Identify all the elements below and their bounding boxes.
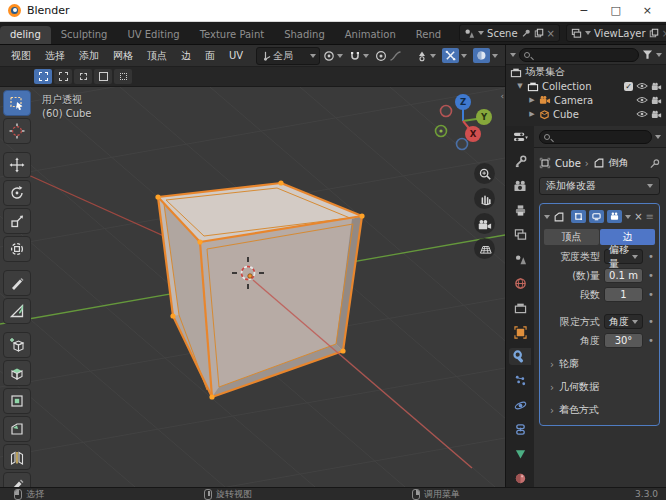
editor-type-chevron-icon[interactable] bbox=[510, 53, 516, 57]
extras-chevron-icon[interactable] bbox=[625, 215, 631, 219]
new-scene-icon[interactable] bbox=[534, 28, 544, 38]
cube-label[interactable]: Cube bbox=[553, 109, 579, 120]
tool-scale[interactable] bbox=[3, 208, 31, 234]
workspace-tab-animation[interactable]: Animation bbox=[335, 26, 406, 44]
delete-modifier-icon[interactable]: × bbox=[634, 211, 642, 222]
expand-chevron-icon[interactable] bbox=[544, 215, 550, 219]
transform-orientation-dropdown[interactable]: 全局 bbox=[256, 47, 320, 65]
camera-visibility-icon[interactable] bbox=[651, 96, 662, 105]
outliner-search-input[interactable] bbox=[519, 48, 639, 62]
orthographic-toggle-button[interactable] bbox=[474, 238, 495, 259]
view-layer-selector[interactable]: ViewLayer × bbox=[566, 24, 666, 42]
section-profile[interactable]: › 轮廓 bbox=[544, 357, 655, 371]
scene-selector[interactable]: Scene × bbox=[459, 24, 560, 42]
menu-mesh[interactable]: 网格 bbox=[106, 45, 140, 67]
tool-select-box[interactable] bbox=[3, 90, 31, 116]
outliner-row-camera[interactable]: ▶ Camera bbox=[506, 93, 666, 107]
menu-edge[interactable]: 边 bbox=[174, 45, 198, 67]
outliner-row-collection[interactable]: ▼ Collection ✓ bbox=[506, 79, 666, 93]
menu-select[interactable]: 选择 bbox=[38, 45, 72, 67]
maximize-button[interactable]: □ bbox=[610, 4, 620, 17]
tab-object-data[interactable] bbox=[509, 445, 531, 462]
menu-add[interactable]: 添加 bbox=[72, 45, 106, 67]
tab-particles[interactable] bbox=[509, 372, 531, 389]
tab-world[interactable] bbox=[509, 275, 531, 292]
animate-dot-icon[interactable]: • bbox=[647, 335, 655, 346]
minimize-button[interactable]: − bbox=[579, 4, 588, 17]
exclude-checkbox[interactable]: ✓ bbox=[624, 82, 633, 91]
affect-vertices-tab[interactable]: 顶点 bbox=[544, 229, 599, 245]
axis-negative-z[interactable] bbox=[457, 139, 468, 150]
filter-icon[interactable] bbox=[642, 49, 653, 60]
menu-uv[interactable]: UV bbox=[222, 45, 250, 67]
animate-dot-icon[interactable]: • bbox=[647, 270, 655, 281]
width-type-dropdown[interactable]: 偏移量 bbox=[604, 249, 643, 264]
select-mode-extend[interactable] bbox=[54, 69, 72, 84]
unlink-scene-icon[interactable]: × bbox=[547, 28, 555, 39]
breadcrumb-object[interactable]: Cube bbox=[555, 158, 581, 169]
display-realtime-toggle[interactable] bbox=[589, 210, 604, 223]
tool-annotate[interactable] bbox=[3, 270, 31, 296]
expand-right-icon[interactable]: ▶ bbox=[528, 96, 536, 104]
tab-constraints[interactable] bbox=[509, 421, 531, 438]
remove-view-layer-icon[interactable]: × bbox=[662, 28, 666, 39]
angle-field[interactable]: 30° bbox=[604, 333, 643, 348]
menu-vertex[interactable]: 顶点 bbox=[140, 45, 174, 67]
axis-negative-x[interactable] bbox=[441, 106, 452, 117]
workspace-tab-uv-editing[interactable]: UV Editing bbox=[117, 26, 189, 44]
navigation-gizmo[interactable]: Z Y X bbox=[431, 91, 497, 151]
tab-collection[interactable] bbox=[509, 299, 531, 316]
properties-search-input[interactable] bbox=[539, 130, 652, 144]
tab-tool[interactable] bbox=[509, 153, 531, 170]
workspace-tab-sculpting[interactable]: Sculpting bbox=[51, 26, 118, 44]
scene-collection-label[interactable]: 场景集合 bbox=[525, 65, 565, 79]
chevron-down-icon[interactable] bbox=[655, 135, 661, 139]
tab-view-layer[interactable] bbox=[509, 226, 531, 243]
proportional-editing-toggle[interactable] bbox=[372, 47, 405, 65]
tab-output[interactable] bbox=[509, 202, 531, 219]
sidebar-collapse-arrow[interactable]: ‹ bbox=[500, 91, 504, 101]
pivot-point-dropdown[interactable] bbox=[320, 47, 346, 65]
camera-view-button[interactable] bbox=[474, 213, 495, 234]
camera-visibility-icon[interactable] bbox=[651, 110, 662, 119]
pin-id-button[interactable] bbox=[649, 158, 660, 169]
workspace-tab-rendering[interactable]: Rend bbox=[406, 26, 451, 44]
select-mode-set[interactable] bbox=[34, 69, 52, 84]
tool-inset-faces[interactable] bbox=[3, 388, 31, 414]
hide-eye-icon[interactable] bbox=[636, 82, 648, 90]
show-overlays-dropdown[interactable] bbox=[439, 47, 470, 65]
viewport-shading-dropdown[interactable] bbox=[470, 47, 501, 65]
camera-label[interactable]: Camera bbox=[554, 95, 593, 106]
expand-down-icon[interactable]: ▼ bbox=[516, 82, 524, 90]
select-mode-subtract[interactable] bbox=[74, 69, 92, 84]
section-shading[interactable]: › 着色方式 bbox=[544, 403, 655, 417]
bevel-modifier-panel[interactable]: × ≡ 顶点 边 宽度类型 偏移量 • (数)量 0.1 m • bbox=[539, 203, 660, 426]
segments-field[interactable]: 1 bbox=[604, 287, 643, 302]
snap-toggle[interactable] bbox=[346, 47, 372, 65]
section-geometry[interactable]: › 几何数据 bbox=[544, 380, 655, 394]
show-gizmo-dropdown[interactable] bbox=[413, 47, 439, 65]
menu-face[interactable]: 面 bbox=[198, 45, 222, 67]
tool-move[interactable] bbox=[3, 152, 31, 178]
tab-scene[interactable] bbox=[509, 251, 531, 268]
collection-label[interactable]: Collection bbox=[542, 81, 591, 92]
select-mode-invert[interactable] bbox=[94, 69, 112, 84]
hide-eye-icon[interactable] bbox=[636, 110, 648, 118]
tool-transform[interactable] bbox=[3, 236, 31, 262]
tab-render[interactable] bbox=[509, 178, 531, 195]
expand-right-icon[interactable]: ▶ bbox=[528, 110, 536, 118]
tab-object[interactable] bbox=[509, 324, 531, 341]
drag-handle-icon[interactable]: ≡ bbox=[646, 211, 655, 222]
tool-add-cube[interactable] bbox=[3, 332, 31, 358]
viewport-canvas[interactable] bbox=[0, 87, 505, 487]
animate-dot-icon[interactable]: • bbox=[647, 316, 655, 327]
pan-button[interactable] bbox=[474, 188, 495, 209]
menu-view[interactable]: 视图 bbox=[4, 45, 38, 67]
pin-icon[interactable] bbox=[521, 28, 531, 38]
viewport-3d[interactable]: 用户透视 (60) Cube Z Y X bbox=[0, 87, 505, 487]
tool-rotate[interactable] bbox=[3, 180, 31, 206]
tab-material[interactable] bbox=[509, 470, 531, 487]
hide-eye-icon[interactable] bbox=[636, 96, 648, 104]
tool-extrude-region[interactable] bbox=[3, 360, 31, 386]
close-button[interactable]: × bbox=[643, 4, 652, 17]
